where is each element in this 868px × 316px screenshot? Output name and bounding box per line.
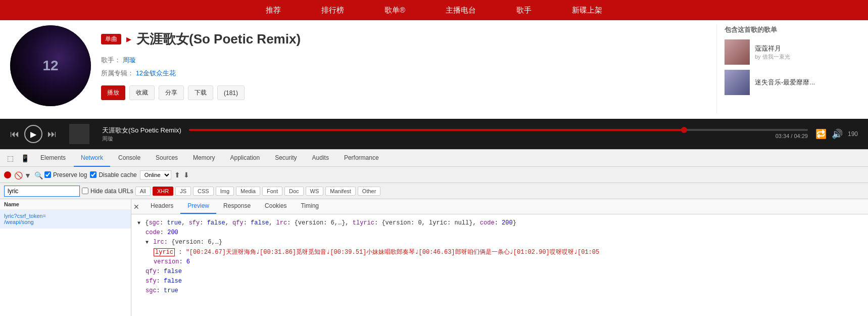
download-button[interactable]: 下载 xyxy=(188,85,213,100)
collect-button[interactable]: 收藏 xyxy=(129,85,155,100)
tab-performance[interactable]: Performance xyxy=(337,150,386,167)
nav-artist[interactable]: 歌手 xyxy=(516,6,532,15)
filter-other[interactable]: Other xyxy=(358,187,381,196)
lyric-key-highlight: lyric xyxy=(154,248,175,256)
lyric-colon: : xyxy=(178,249,185,256)
nav-playlist[interactable]: 歌单® xyxy=(384,6,405,15)
playlist-name-2: 迷失音乐-最爱靡靡... xyxy=(755,78,815,87)
tab-memory[interactable]: Memory xyxy=(186,150,222,167)
progress-area[interactable]: 03:34 / 04:29 xyxy=(189,129,808,139)
json-code: code: 200 xyxy=(146,228,862,238)
detail-tab-timing[interactable]: Timing xyxy=(294,199,326,214)
album-art-text: 12 xyxy=(42,58,58,74)
nav-recommend[interactable]: 推荐 xyxy=(266,6,281,15)
hide-data-urls-label[interactable]: Hide data URLs xyxy=(82,188,133,195)
filter-ws[interactable]: WS xyxy=(306,187,324,196)
filter-manifest[interactable]: Manifest xyxy=(325,187,356,196)
playlist-item-2[interactable]: 迷失音乐-最爱靡靡... xyxy=(725,70,858,95)
request-list-header: Name xyxy=(0,199,131,210)
disable-cache-label[interactable]: Disable cache xyxy=(90,171,136,178)
sidebar-playlists: 包含这首歌的歌单 蔻蔻祥月 by 借我一束光 迷失音乐-最爱靡靡... xyxy=(716,25,858,114)
play-pause-button[interactable]: ▶ xyxy=(24,125,42,143)
tab-elements[interactable]: Elements xyxy=(33,150,73,167)
root-triangle[interactable] xyxy=(137,219,141,227)
detail-panel: ✕ Headers Preview Response Cookies Timin… xyxy=(131,199,868,316)
player-artist: 周璇 xyxy=(102,135,181,143)
progress-filled xyxy=(189,129,684,131)
request-item[interactable]: lyric?csrf_token= /weapi/song xyxy=(0,210,131,229)
throttle-select[interactable]: Online xyxy=(140,170,171,179)
current-time: 03:34 xyxy=(776,133,790,139)
tab-application[interactable]: Application xyxy=(223,150,267,167)
playlist-item-1[interactable]: 蔻蔻祥月 by 借我一束光 xyxy=(725,39,858,65)
tab-sources[interactable]: Sources xyxy=(149,150,185,167)
player-song-info: 天涯歌女(So Poetic Remix) 周璇 xyxy=(102,126,181,143)
filter-xhr[interactable]: XHR xyxy=(153,187,173,196)
devtools-tabs: ⬚ 📱 Elements Network Console Sources Mem… xyxy=(0,150,868,167)
hide-data-urls-text: Hide data URLs xyxy=(90,188,133,195)
filter-js[interactable]: JS xyxy=(175,187,191,196)
filter-media[interactable]: Media xyxy=(236,187,260,196)
player-bar: ⏮ ▶ ⏭ 天涯歌女(So Poetic Remix) 周璇 03:34 / 0… xyxy=(0,119,868,149)
search-button[interactable]: 🔍 xyxy=(34,171,41,178)
clear-button[interactable]: 🚫 xyxy=(14,171,21,178)
time-display: 03:34 / 04:29 xyxy=(189,133,808,139)
preserve-log-label[interactable]: Preserve log xyxy=(44,171,87,178)
play-button[interactable]: 播放 xyxy=(101,85,125,100)
album-art: 12 xyxy=(10,25,91,106)
single-badge: 单曲 xyxy=(101,34,121,44)
filter-css[interactable]: CSS xyxy=(193,187,214,196)
search-input[interactable] xyxy=(4,186,80,197)
album-mini-thumb xyxy=(69,124,89,144)
album-link[interactable]: 12金钗众生花 xyxy=(136,69,176,77)
inspect-icon[interactable]: ⬚ xyxy=(4,152,17,164)
playlist-thumb-2 xyxy=(725,70,750,95)
nav-charts[interactable]: 排行榜 xyxy=(321,6,344,15)
json-root-text: {sgc: true, sfy: false, qfy: false, lrc:… xyxy=(145,219,516,227)
tab-audits[interactable]: Audits xyxy=(305,150,336,167)
json-version-row: version: 6 xyxy=(154,257,862,267)
comment-button[interactable]: (181) xyxy=(217,85,245,100)
preserve-log-text: Preserve log xyxy=(53,171,87,178)
json-lrc-row: lrc: {version: 6,…} xyxy=(146,238,862,247)
share-button[interactable]: 分享 xyxy=(159,85,184,100)
filter-all[interactable]: All xyxy=(135,187,151,196)
filter-button[interactable]: ▼ xyxy=(24,171,31,178)
json-root: {sgc: true, sfy: false, qfy: false, lrc:… xyxy=(137,218,862,228)
next-button[interactable]: ⏭ xyxy=(47,129,57,140)
mobile-icon[interactable]: 📱 xyxy=(18,152,32,164)
request-name: lyric?csrf_token= xyxy=(4,213,127,219)
json-lyric-row: lyric : "[00:24.67]天涯呀海角♩[00:31.86]觅呀觅知音… xyxy=(154,248,862,257)
progress-bar[interactable] xyxy=(189,129,808,131)
volume-icon[interactable]: 🔊 xyxy=(832,128,843,140)
filter-font[interactable]: Font xyxy=(262,187,282,196)
detail-tab-headers[interactable]: Headers xyxy=(143,199,180,214)
hide-data-urls-checkbox[interactable] xyxy=(82,188,88,194)
detail-tab-cookies[interactable]: Cookies xyxy=(258,199,294,214)
lrc-triangle[interactable] xyxy=(146,239,150,246)
detail-tab-response[interactable]: Response xyxy=(216,199,258,214)
player-controls: ⏮ ▶ ⏭ xyxy=(10,125,57,143)
disable-cache-checkbox[interactable] xyxy=(90,171,97,178)
nav-newalbum[interactable]: 新碟上架 xyxy=(572,6,602,15)
devtools-panel: ⬚ 📱 Elements Network Console Sources Mem… xyxy=(0,149,868,316)
detail-tab-preview[interactable]: Preview xyxy=(180,199,216,214)
player-song-name: 天涯歌女(So Poetic Remix) xyxy=(102,126,181,135)
loop-icon[interactable]: 🔁 xyxy=(815,128,827,140)
tab-security[interactable]: Security xyxy=(268,150,304,167)
playlist-thumb-1 xyxy=(725,39,750,65)
close-detail-button[interactable]: ✕ xyxy=(133,203,139,211)
filter-doc[interactable]: Doc xyxy=(284,187,304,196)
tab-console[interactable]: Console xyxy=(111,150,148,167)
filter-img[interactable]: Img xyxy=(216,187,234,196)
artist-link[interactable]: 周璇 xyxy=(123,56,136,64)
arrow-icon: ▶ xyxy=(126,35,131,43)
prev-button[interactable]: ⏮ xyxy=(10,129,19,140)
nav-radio[interactable]: 主播电台 xyxy=(446,6,476,15)
network-toolbar: 🚫 ▼ 🔍 Preserve log Disable cache Online … xyxy=(0,167,868,183)
song-album-row: 所属专辑： 12金钗众生花 xyxy=(101,69,706,78)
tab-network[interactable]: Network xyxy=(74,150,110,167)
record-button[interactable] xyxy=(4,171,11,178)
playlist-info-2: 迷失音乐-最爱靡靡... xyxy=(755,78,815,87)
preserve-log-checkbox[interactable] xyxy=(44,171,51,178)
